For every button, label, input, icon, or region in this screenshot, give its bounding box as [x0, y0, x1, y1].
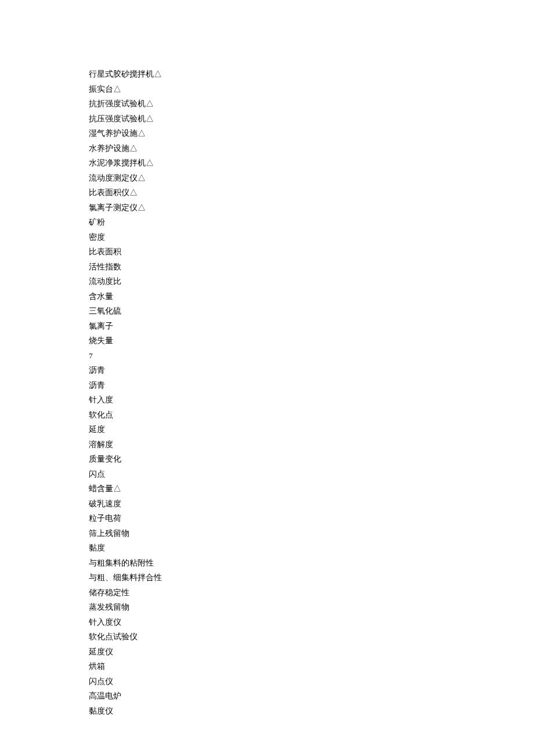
text-line: 蒸发残留物 [89, 600, 534, 615]
text-line: 软化点 [89, 408, 534, 423]
text-line: 流动度测定仪△ [89, 171, 534, 186]
text-line: 蜡含量△ [89, 481, 534, 496]
text-line: 粒子电荷 [89, 511, 534, 526]
text-line: 密度 [89, 230, 534, 245]
text-line: 水养护设施△ [89, 141, 534, 156]
text-line: 7 [89, 348, 534, 363]
document-page: 行星式胶砂搅拌机△ 振实台△ 抗折强度试验机△ 抗压强度试验机△ 湿气养护设施△… [0, 0, 534, 718]
text-line: 针入度 [89, 393, 534, 408]
text-line: 软化点试验仪 [89, 629, 534, 645]
text-line: 抗折强度试验机△ [89, 96, 534, 111]
text-line: 破乳速度 [89, 496, 534, 512]
text-line: 三氧化硫 [89, 304, 534, 319]
text-line: 黏度仪 [89, 704, 534, 719]
text-line: 黏度 [89, 541, 534, 556]
text-line: 氯离子测定仪△ [89, 200, 534, 215]
text-line: 水泥净浆搅拌机△ [89, 156, 534, 171]
text-line: 沥青 [89, 378, 534, 393]
text-line: 与粗、细集料拌合性 [89, 570, 534, 585]
text-line: 氯离子 [89, 319, 534, 334]
text-line: 闪点 [89, 467, 534, 482]
text-line: 抗压强度试验机△ [89, 111, 534, 127]
text-line: 溶解度 [89, 437, 534, 452]
text-line: 烘箱 [89, 659, 534, 674]
text-line: 湿气养护设施△ [89, 126, 534, 141]
text-line: 活性指数 [89, 260, 534, 275]
text-line: 质量变化 [89, 452, 534, 467]
text-line: 振实台△ [89, 82, 534, 97]
text-line: 行星式胶砂搅拌机△ [89, 67, 534, 82]
text-line: 比表面积 [89, 244, 534, 260]
text-line: 闪点仪 [89, 674, 534, 689]
text-line: 矿粉 [89, 215, 534, 230]
text-line: 针入度仪 [89, 615, 534, 630]
text-line: 烧失量 [89, 333, 534, 348]
text-line: 比表面积仪△ [89, 185, 534, 200]
text-line: 流动度比 [89, 274, 534, 289]
text-line: 延度 [89, 422, 534, 437]
text-line: 高温电炉 [89, 689, 534, 704]
text-line: 延度仪 [89, 645, 534, 660]
text-line: 储存稳定性 [89, 585, 534, 600]
text-line: 与粗集料的粘附性 [89, 556, 534, 571]
text-line: 筛上残留物 [89, 526, 534, 541]
text-line: 沥青 [89, 363, 534, 378]
text-line: 含水量 [89, 289, 534, 304]
